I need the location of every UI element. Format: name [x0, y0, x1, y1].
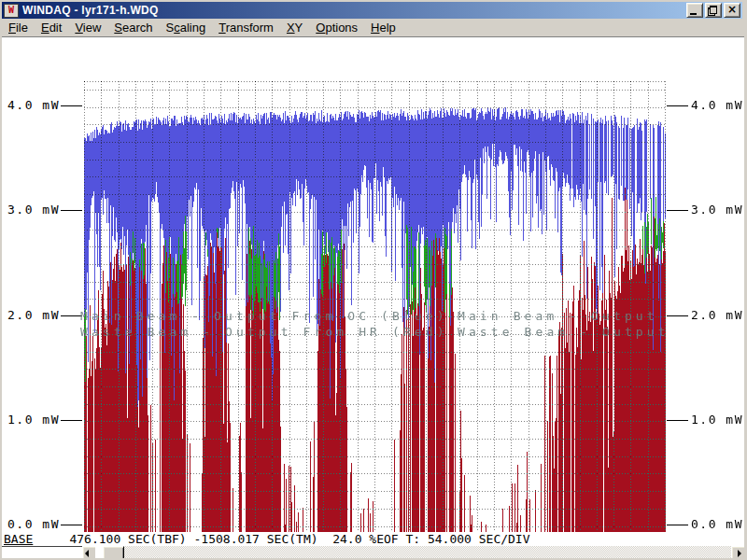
y-axis-tick-left [61, 525, 82, 525]
status-readout: 476.100 SEC(TBF) -1508.017 SEC(TM) 24.0 … [33, 532, 529, 546]
annotation-line-2: Waste Beam - Output From HR (Red) [80, 325, 448, 339]
y-axis-label-right: 2.0 mW [691, 308, 743, 322]
y-axis-label-right: 0.0 mW [691, 517, 743, 531]
scroll-track-before-thumb[interactable] [95, 546, 103, 558]
menu-bar: FileEditViewSearchScalingTransformXYOpti… [2, 19, 742, 36]
minimize-button[interactable] [686, 3, 703, 18]
y-axis-tick-left [61, 105, 82, 106]
y-axis-tick-left [61, 315, 82, 316]
menu-item-options[interactable]: Options [309, 20, 364, 35]
y-axis-tick-left [61, 420, 82, 421]
window-title: WINDAQ - lyr171-h.WDQ [22, 4, 686, 17]
menu-item-transform[interactable]: Transform [212, 20, 280, 35]
y-axis-tick-right [667, 210, 688, 211]
y-axis-tick-right [667, 525, 688, 525]
restore-button[interactable] [705, 3, 722, 18]
y-axis-label-left: 4.0 mW [7, 98, 58, 112]
app-icon[interactable]: W [4, 4, 19, 18]
menu-item-view[interactable]: View [68, 20, 107, 35]
y-axis-tick-right [667, 105, 688, 106]
title-bar[interactable]: W WINDAQ - lyr171-h.WDQ × [2, 2, 742, 19]
y-axis-label-left: 3.0 mW [7, 203, 58, 217]
y-axis-label-left: 1.0 mW [7, 413, 58, 427]
y-axis-tick-right [667, 420, 688, 421]
y-axis-label-right: 3.0 mW [691, 203, 743, 217]
y-axis-label-left: 0.0 mW [7, 517, 58, 531]
bottom-row [2, 546, 744, 558]
menu-item-xy[interactable]: XY [280, 20, 309, 35]
annotation-line-1: Main Beam - Output From OC (Blue) [80, 309, 448, 323]
y-axis-tick-right [667, 315, 688, 316]
menu-item-edit[interactable]: Edit [35, 20, 68, 35]
annotation-repeat-clip: Main Beam - Output From OC (Blue) Waste … [458, 309, 666, 339]
y-axis-tick-left [61, 210, 82, 211]
y-axis-label-left: 2.0 mW [7, 308, 58, 322]
close-icon: × [725, 3, 740, 16]
y-axis-label-right: 1.0 mW [691, 413, 743, 427]
chart-area: 4.0 mW4.0 mW3.0 mW3.0 mW2.0 mW2.0 mW1.0 … [2, 36, 744, 559]
corner-panel [2, 546, 82, 559]
right-arrow-icon [738, 550, 741, 557]
menu-item-search[interactable]: Search [107, 20, 159, 35]
left-arrow-icon [85, 550, 89, 557]
minimize-icon [690, 13, 697, 15]
close-button[interactable]: × [724, 3, 740, 18]
windaq-window: W WINDAQ - lyr171-h.WDQ × FileEditViewSe… [0, 0, 747, 560]
menu-item-help[interactable]: Help [364, 20, 402, 35]
base-mode-label[interactable]: BASE [4, 532, 33, 546]
horizontal-scrollbar[interactable] [82, 546, 744, 558]
y-axis-label-right: 4.0 mW [691, 98, 743, 112]
menu-item-file[interactable]: File [2, 20, 35, 35]
menu-item-scaling[interactable]: Scaling [160, 20, 213, 35]
annotation-line-2-repeat: Waste Beam - Output From HR (Red) [458, 325, 666, 339]
status-bar: BASE 476.100 SEC(TBF) -1508.017 SEC(TM) … [2, 532, 744, 546]
annotation-line-1-repeat: Main Beam - Output From OC (Blue) [458, 309, 666, 323]
